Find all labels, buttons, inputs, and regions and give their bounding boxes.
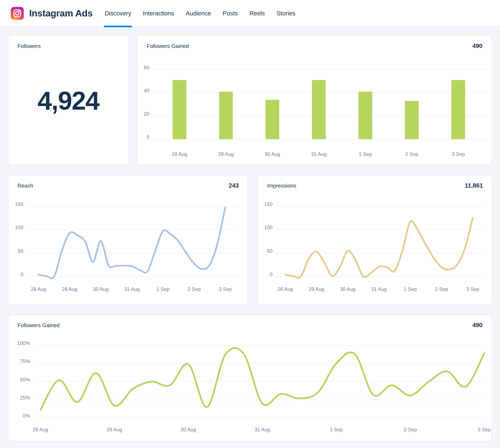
followers-card: Followers 4,924 <box>8 35 129 165</box>
app-title: Instagram Ads <box>29 8 93 19</box>
svg-text:150: 150 <box>264 201 272 207</box>
svg-text:2 Sep: 2 Sep <box>404 427 417 432</box>
followers-gained-bar-chart: 020406028 Aug29 Aug30 Aug31 Aug1 Sep2 Se… <box>138 36 492 165</box>
svg-text:31 Aug: 31 Aug <box>311 151 327 157</box>
svg-text:30 Aug: 30 Aug <box>181 427 196 432</box>
svg-text:29 Aug: 29 Aug <box>107 427 122 432</box>
svg-text:29 Aug: 29 Aug <box>309 286 324 292</box>
svg-text:2 Sep: 2 Sep <box>188 286 201 292</box>
followers-card-title: Followers <box>17 43 41 49</box>
primary-nav: Discovery Interactions Audience Posts Re… <box>105 0 295 27</box>
svg-text:30 Aug: 30 Aug <box>93 286 109 292</box>
svg-text:40: 40 <box>144 88 149 93</box>
svg-text:50: 50 <box>267 248 272 254</box>
svg-text:50: 50 <box>18 248 23 254</box>
svg-text:60: 60 <box>144 64 149 70</box>
tab-interactions[interactable]: Interactions <box>143 0 174 27</box>
svg-text:31 Aug: 31 Aug <box>255 427 270 432</box>
svg-text:30 Aug: 30 Aug <box>265 151 280 157</box>
svg-text:100: 100 <box>264 225 272 230</box>
svg-text:20: 20 <box>144 111 149 117</box>
followers-count: 4,924 <box>8 86 128 115</box>
svg-text:3 Sep: 3 Sep <box>219 286 232 292</box>
tab-posts[interactable]: Posts <box>223 0 238 27</box>
svg-text:30 Aug: 30 Aug <box>340 286 356 292</box>
svg-text:0%: 0% <box>23 413 30 419</box>
reach-line-chart: 05010015028 Aug29 Aug30 Aug31 Aug1 Sep2 … <box>8 176 248 305</box>
app-header: Instagram Ads Discovery Interactions Aud… <box>0 0 500 27</box>
svg-text:0: 0 <box>270 272 272 277</box>
svg-text:50%: 50% <box>20 377 30 382</box>
tab-reels[interactable]: Reels <box>249 0 265 27</box>
svg-text:29 Aug: 29 Aug <box>62 286 78 292</box>
svg-text:2 Sep: 2 Sep <box>405 151 418 157</box>
svg-text:3 Sep: 3 Sep <box>478 427 491 432</box>
reach-card: Reach 243 05010015028 Aug29 Aug30 Aug31 … <box>8 175 248 305</box>
svg-text:100%: 100% <box>17 340 30 346</box>
followers-gained-line-chart: 0%25%50%75%100%28 Aug29 Aug30 Aug31 Aug1… <box>8 315 492 442</box>
svg-text:29 Aug: 29 Aug <box>218 151 234 157</box>
svg-text:75%: 75% <box>20 358 30 364</box>
svg-text:100: 100 <box>15 225 23 230</box>
impressions-line-chart: 05010015028 Aug29 Aug30 Aug31 Aug1 Sep2 … <box>258 176 492 305</box>
tab-discovery[interactable]: Discovery <box>105 0 131 27</box>
svg-text:3 Sep: 3 Sep <box>452 151 465 157</box>
followers-gained-line-card: Followers Gained 490 0%25%50%75%100%28 A… <box>8 315 492 441</box>
tab-audience[interactable]: Audience <box>186 0 211 27</box>
svg-text:1 Sep: 1 Sep <box>156 286 170 292</box>
impressions-card: Impressions 11,861 05010015028 Aug29 Aug… <box>257 175 492 305</box>
svg-text:28 Aug: 28 Aug <box>172 151 187 157</box>
svg-text:0: 0 <box>147 134 149 140</box>
svg-text:28 Aug: 28 Aug <box>31 286 47 292</box>
instagram-ads-dashboard: Instagram Ads Discovery Interactions Aud… <box>0 0 500 448</box>
svg-text:2 Sep: 2 Sep <box>435 286 448 292</box>
svg-text:1 Sep: 1 Sep <box>330 427 343 432</box>
brand: Instagram Ads <box>0 7 93 20</box>
svg-text:28 Aug: 28 Aug <box>33 427 48 432</box>
svg-text:31 Aug: 31 Aug <box>371 286 387 292</box>
svg-text:3 Sep: 3 Sep <box>466 286 479 292</box>
svg-text:1 Sep: 1 Sep <box>404 286 417 292</box>
svg-text:25%: 25% <box>20 395 30 400</box>
svg-text:150: 150 <box>15 201 23 207</box>
svg-text:0: 0 <box>21 272 23 277</box>
svg-text:1 Sep: 1 Sep <box>359 151 372 157</box>
instagram-logo-icon <box>11 7 24 20</box>
followers-gained-bar-card: Followers Gained 490 020406028 Aug29 Aug… <box>137 35 492 165</box>
svg-text:31 Aug: 31 Aug <box>124 286 140 292</box>
svg-text:28 Aug: 28 Aug <box>278 286 293 292</box>
tab-stories[interactable]: Stories <box>277 0 295 27</box>
